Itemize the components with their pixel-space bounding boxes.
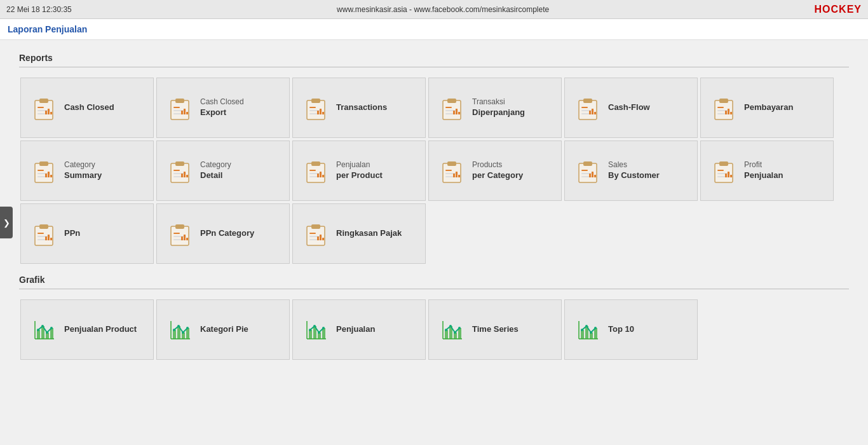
- svg-rect-29: [453, 111, 455, 114]
- tile-line2-4: Cash-Flow: [608, 102, 650, 113]
- tile-line1-3: Transaksi: [472, 97, 525, 107]
- svg-rect-142: [309, 330, 312, 339]
- grafik-tile-3[interactable]: Time Series: [428, 299, 562, 360]
- grafik-line2-2: Penjualan: [336, 324, 375, 335]
- report-icon-0: [30, 94, 58, 122]
- url: www.mesinkasir.asia - www.facebook.com/m…: [337, 5, 549, 14]
- tile-line2-8: per Product: [336, 170, 383, 181]
- svg-rect-95: [730, 175, 732, 177]
- report-tile-13[interactable]: PPn Category: [156, 203, 290, 264]
- report-icon-11: [710, 157, 738, 185]
- grafik-tile-4[interactable]: Top 10: [564, 299, 698, 360]
- report-tile-1[interactable]: Cash Closed Export: [156, 78, 290, 138]
- svg-rect-21: [317, 111, 319, 114]
- top-bar: 22 Mei 18 12:30:35 www.mesinkasir.asia -…: [0, 0, 868, 19]
- report-tile-14[interactable]: Ringkasan Pajak: [292, 203, 426, 264]
- svg-rect-62: [184, 172, 186, 177]
- grafik-line2-1: Kategori Pie: [200, 324, 248, 335]
- svg-rect-111: [186, 238, 188, 240]
- svg-rect-57: [175, 161, 184, 166]
- report-tile-0[interactable]: Cash Closed: [20, 78, 154, 138]
- svg-rect-103: [50, 238, 52, 240]
- report-tile-4[interactable]: Cash-Flow: [564, 78, 698, 138]
- svg-rect-122: [37, 330, 40, 339]
- svg-rect-49: [39, 161, 48, 166]
- tile-line2-13: PPn Category: [200, 228, 254, 239]
- svg-rect-15: [186, 112, 188, 114]
- svg-rect-25: [447, 99, 456, 103]
- svg-point-126: [37, 329, 39, 331]
- report-icon-1: [166, 94, 194, 122]
- report-tile-9[interactable]: Products per Category: [428, 140, 562, 201]
- grafik-tile-0[interactable]: Penjualan Product: [20, 299, 154, 360]
- chart-icon-0: [30, 316, 58, 344]
- report-tile-6[interactable]: Category Summary: [20, 140, 154, 201]
- svg-rect-63: [186, 175, 188, 177]
- tile-line2-9: per Category: [472, 170, 523, 181]
- report-tile-12[interactable]: PPn: [20, 203, 154, 264]
- svg-rect-34: [581, 107, 588, 108]
- svg-rect-98: [37, 233, 44, 234]
- svg-point-138: [182, 331, 184, 334]
- svg-point-159: [458, 327, 461, 329]
- chart-icon-2: [302, 316, 330, 344]
- tile-line2-12: PPn: [64, 228, 80, 239]
- svg-rect-10: [173, 107, 180, 108]
- nav-title[interactable]: Laporan Penjualan: [8, 24, 87, 34]
- svg-rect-46: [728, 109, 729, 114]
- svg-rect-78: [456, 172, 458, 177]
- chevron-right-icon: ❯: [3, 218, 10, 228]
- svg-point-166: [581, 329, 583, 331]
- svg-rect-1: [39, 99, 48, 103]
- report-tile-11[interactable]: Profit Penjualan: [700, 140, 834, 201]
- svg-point-137: [177, 325, 180, 327]
- svg-rect-97: [39, 224, 48, 229]
- svg-rect-79: [458, 175, 460, 177]
- svg-rect-81: [583, 161, 592, 166]
- svg-rect-85: [589, 174, 591, 177]
- svg-point-129: [50, 327, 53, 329]
- svg-rect-5: [45, 111, 47, 114]
- svg-rect-9: [175, 99, 184, 103]
- svg-rect-6: [48, 109, 50, 114]
- main-content: Reports Cash Closed: [0, 40, 868, 374]
- svg-point-136: [173, 329, 175, 331]
- report-icon-5: [710, 94, 738, 122]
- report-icon-6: [30, 157, 58, 185]
- grafik-tile-1[interactable]: Kategori Pie: [156, 299, 290, 360]
- report-tile-10[interactable]: Sales By Customer: [564, 140, 698, 201]
- report-icon-3: [438, 94, 466, 122]
- grafik-tile-2[interactable]: Penjualan: [292, 299, 426, 360]
- svg-point-139: [186, 327, 189, 329]
- svg-rect-41: [719, 99, 728, 103]
- svg-rect-61: [181, 174, 183, 177]
- report-icon-7: [166, 157, 194, 185]
- tile-line1-8: Penjualan: [336, 160, 383, 170]
- svg-rect-102: [48, 235, 50, 240]
- report-tile-8[interactable]: Penjualan per Product: [292, 140, 426, 201]
- svg-rect-77: [453, 174, 455, 177]
- tile-line2-11: Penjualan: [744, 170, 783, 181]
- tile-line1-6: Category: [64, 160, 102, 170]
- tile-line2-2: Transactions: [336, 102, 387, 113]
- reports-section-title: Reports: [19, 53, 849, 63]
- svg-rect-38: [592, 109, 593, 114]
- svg-rect-71: [322, 175, 324, 177]
- report-tile-2[interactable]: Transactions: [292, 78, 426, 138]
- svg-rect-70: [320, 172, 322, 177]
- svg-rect-113: [311, 224, 320, 229]
- report-tile-3[interactable]: Transaksi Diperpanjang: [428, 78, 562, 138]
- svg-rect-117: [317, 236, 319, 240]
- svg-point-158: [454, 331, 456, 334]
- report-tile-5[interactable]: Pembayaran: [700, 78, 834, 138]
- svg-rect-58: [173, 170, 180, 171]
- grafik-line2-4: Top 10: [608, 324, 634, 335]
- tile-line1-1: Cash Closed: [200, 97, 244, 107]
- svg-rect-89: [719, 161, 728, 166]
- svg-rect-18: [309, 107, 316, 108]
- svg-rect-101: [45, 236, 47, 240]
- svg-rect-17: [311, 99, 320, 103]
- side-toggle[interactable]: ❯: [0, 207, 13, 238]
- svg-point-146: [309, 329, 311, 331]
- report-tile-7[interactable]: Category Detail: [156, 140, 290, 201]
